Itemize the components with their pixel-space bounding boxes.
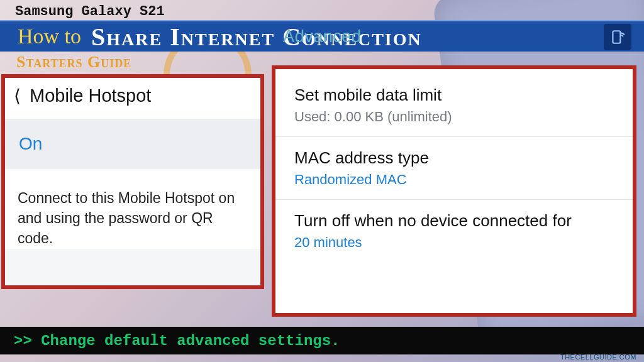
hotspot-title: Mobile Hotspot — [30, 85, 151, 106]
mobile-hotspot-panel: ⟨ Mobile Hotspot On Connect to this Mobi… — [1, 74, 264, 289]
svg-rect-0 — [613, 31, 620, 43]
setting-title: Set mobile data limit — [294, 85, 614, 105]
setting-subtext: Used: 0.00 KB (unlimited) — [294, 109, 614, 125]
how-to-prefix: How to — [18, 25, 81, 48]
hotspot-description: Connect to this Mobile Hotspot on and us… — [5, 169, 260, 249]
setting-subtext: 20 minutes — [294, 234, 614, 251]
subtitle-label: Starters Guide — [16, 53, 131, 72]
setting-subtext: Randomized MAC — [294, 172, 614, 188]
back-icon[interactable]: ⟨ — [14, 85, 21, 106]
banner-title: Share Internet Connection — [91, 22, 422, 52]
setting-title: Turn off when no device connected for — [294, 211, 614, 231]
hotspot-status: On — [19, 134, 42, 153]
setting-mac-type[interactable]: MAC address type Randomized MAC — [275, 137, 633, 200]
step-caption: >> Change default advanced settings. — [0, 327, 644, 354]
phone-signal-icon — [604, 24, 631, 50]
device-model-label: Samsung Galaxy S21 — [15, 4, 165, 19]
panel-header: ⟨ Mobile Hotspot — [5, 78, 260, 119]
watermark: THECELLGUIDE.COM — [560, 353, 636, 361]
setting-timeout[interactable]: Turn off when no device connected for 20… — [275, 200, 633, 262]
overlay-modal-title: Advanced — [283, 26, 362, 47]
hotspot-toggle-row[interactable]: On — [5, 119, 260, 169]
setting-data-limit[interactable]: Set mobile data limit Used: 0.00 KB (unl… — [275, 74, 633, 137]
advanced-settings-panel: Set mobile data limit Used: 0.00 KB (unl… — [272, 65, 636, 317]
setting-title: MAC address type — [294, 148, 614, 168]
